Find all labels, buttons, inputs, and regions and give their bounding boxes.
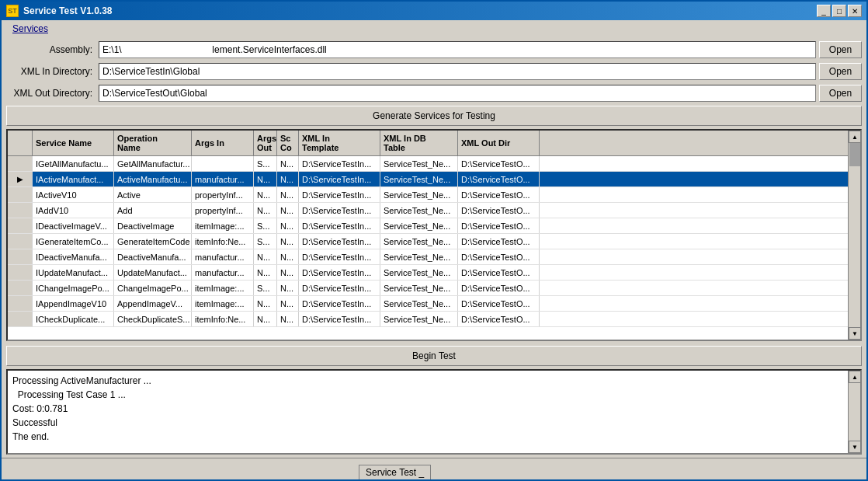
table-cell: D:\ServiceTestO... [458, 172, 540, 186]
table-cell: N... [277, 187, 299, 202]
services-table: Service Name OperationName Args In Args … [6, 129, 862, 341]
table-cell: N... [254, 296, 277, 311]
th-service-name[interactable]: Service Name [33, 131, 114, 155]
content-area: Assembly: Open XML In Directory: Open XM… [2, 37, 866, 458]
xml-out-input[interactable] [99, 85, 816, 102]
table-row[interactable]: IAddV10AddpropertyInf...N...N...D:\Servi… [8, 203, 860, 218]
output-scroll-up[interactable]: ▲ [849, 371, 861, 383]
scroll-thumb[interactable] [849, 143, 860, 166]
table-row[interactable]: IDeactiveImageV...DeactiveImageitemImage… [8, 218, 860, 234]
th-xml-in[interactable]: XML InTemplate [299, 131, 380, 155]
table-cell: D:\ServiceTestO... [458, 187, 540, 202]
table-cell: N... [277, 265, 299, 280]
output-text: Processing ActiveManufacturer ... Proces… [12, 374, 856, 444]
table-cell: ServiceTest_Ne... [380, 281, 458, 295]
table-cell: D:\ServiceTestO... [458, 156, 540, 171]
assembly-open-button[interactable]: Open [819, 41, 862, 58]
table-cell: UpdateManufact... [114, 265, 192, 280]
output-scroll-down[interactable]: ▼ [849, 441, 861, 453]
row-arrow [8, 281, 33, 295]
th-xml-db[interactable]: XML In DBTable [380, 131, 458, 155]
th-args-in[interactable]: Args In [192, 131, 254, 155]
table-row[interactable]: ▶IActiveManufact...ActiveManufactu...man… [8, 172, 860, 187]
maximize-button[interactable]: □ [832, 5, 846, 17]
table-cell: S... [254, 156, 277, 171]
xml-in-open-button[interactable]: Open [819, 63, 862, 80]
table-cell: IActiveManufact... [33, 172, 114, 186]
table-cell: D:\ServiceTestIn... [299, 281, 380, 295]
table-cell: N... [277, 312, 299, 326]
minimize-button[interactable]: _ [817, 5, 831, 17]
table-row[interactable]: IDeactiveManufа...DeactiveManufа...manuf… [8, 249, 860, 265]
table-cell: itemImage:... [192, 296, 254, 311]
service-test-tab[interactable]: Service Test _ [359, 465, 431, 479]
close-button[interactable]: ✕ [848, 5, 862, 17]
table-cell: IDeactiveImageV... [33, 218, 114, 233]
table-scrollbar[interactable]: ▲ ▼ [848, 131, 860, 340]
row-arrow [8, 187, 33, 202]
table-cell: D:\ServiceTestIn... [299, 187, 380, 202]
table-cell: ServiceTest_Ne... [380, 172, 458, 186]
table-cell: S... [254, 281, 277, 295]
scroll-track[interactable] [849, 143, 860, 327]
assembly-input[interactable] [99, 41, 816, 58]
table-row[interactable]: IGenerateItemCo...GenerateItemCodeitemIn… [8, 234, 860, 249]
output-scrollbar[interactable]: ▲ ▼ [848, 371, 860, 453]
table-cell: manufactur... [192, 249, 254, 264]
table-row[interactable]: IGetAllManufactu...GetAllManufactur...S.… [8, 156, 860, 172]
table-cell: N... [277, 249, 299, 264]
th-sc-co[interactable]: ScCo [277, 131, 299, 155]
table-cell: D:\ServiceTestIn... [299, 312, 380, 326]
table-cell: D:\ServiceTestO... [458, 203, 540, 218]
table-cell: CheckDuplicateS... [114, 312, 192, 326]
table-cell: N... [277, 218, 299, 233]
table-cell: D:\ServiceTestIn... [299, 296, 380, 311]
table-cell: manufactur... [192, 172, 254, 186]
app-icon: ST [6, 5, 19, 17]
row-arrow [8, 296, 33, 311]
table-cell: DeactiveManufа... [114, 249, 192, 264]
table-cell: ServiceTest_Ne... [380, 312, 458, 326]
table-cell: ServiceTest_Ne... [380, 218, 458, 233]
table-cell: propertyInf... [192, 203, 254, 218]
table-row[interactable]: IUpdateManufact...UpdateManufact...manuf… [8, 265, 860, 281]
table-cell: ServiceTest_Ne... [380, 296, 458, 311]
title-bar: ST Service Test V1.0.38 _ □ ✕ [2, 2, 866, 20]
table-cell: N... [254, 187, 277, 202]
table-cell: N... [277, 172, 299, 186]
table-cell: N... [277, 234, 299, 249]
table-cell: GenerateItemCode [114, 234, 192, 249]
table-cell: ChangeImagePo... [114, 281, 192, 295]
xml-in-input[interactable] [99, 63, 816, 80]
tab-bar: Service Test _ [2, 458, 866, 479]
table-row[interactable]: ICheckDuplicate...CheckDuplicateS...item… [8, 312, 860, 327]
scroll-down-button[interactable]: ▼ [849, 327, 861, 340]
table-cell: itemInfo:Ne... [192, 234, 254, 249]
table-row[interactable]: IChangeImagePo...ChangeImagePo...itemIma… [8, 281, 860, 296]
menu-services[interactable]: Services [6, 22, 54, 36]
table-cell: DeactiveImage [114, 218, 192, 233]
table-row[interactable]: IAppendImageV10AppendImageV...itemImage:… [8, 296, 860, 312]
row-arrow [8, 249, 33, 264]
generate-button[interactable]: Generate Services for Testing [6, 106, 862, 126]
th-args-out[interactable]: Args Out [254, 131, 277, 155]
table-cell: itemImage:... [192, 218, 254, 233]
th-xml-out[interactable]: XML Out Dir [458, 131, 540, 155]
table-cell: IDeactiveManufа... [33, 249, 114, 264]
begin-test-button[interactable]: Begin Test [6, 346, 862, 366]
th-op-name[interactable]: OperationName [114, 131, 192, 155]
table-cell: AppendImageV... [114, 296, 192, 311]
table-cell: itemInfo:Ne... [192, 312, 254, 326]
table-cell: D:\ServiceTestIn... [299, 249, 380, 264]
scroll-up-button[interactable]: ▲ [849, 131, 861, 143]
table-cell: IUpdateManufact... [33, 265, 114, 280]
table-cell [192, 156, 254, 171]
table-row[interactable]: IActiveV10ActivepropertyInf...N...N...D:… [8, 187, 860, 203]
output-scroll-track[interactable] [849, 383, 860, 441]
table-body: IGetAllManufactu...GetAllManufactur...S.… [8, 156, 860, 340]
table-cell: D:\ServiceTestIn... [299, 265, 380, 280]
xml-out-open-button[interactable]: Open [819, 85, 862, 102]
row-arrow [8, 312, 33, 326]
table-cell: S... [254, 234, 277, 249]
xml-in-row: XML In Directory: Open [6, 62, 862, 81]
